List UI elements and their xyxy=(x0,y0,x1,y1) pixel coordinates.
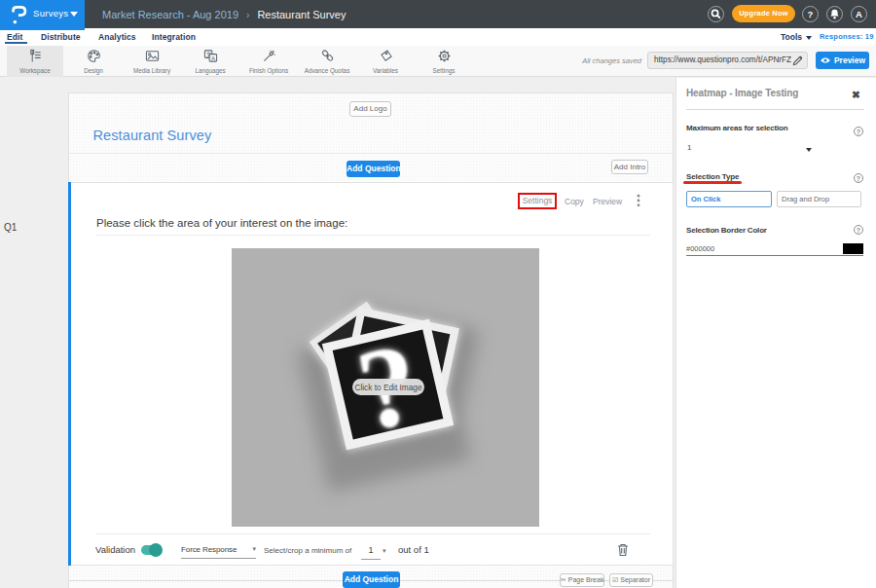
svg-text:Click to Edit Image: Click to Edit Image xyxy=(354,383,422,392)
